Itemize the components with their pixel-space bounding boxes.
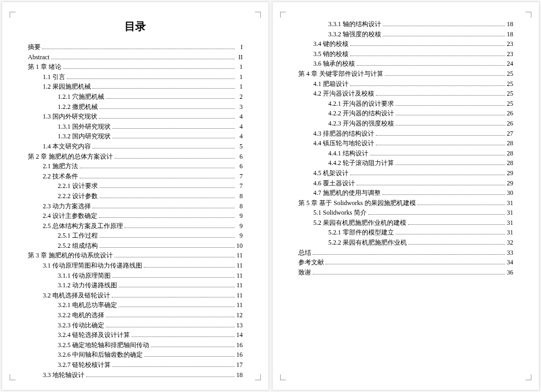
toc-entry-text: Abstract (28, 52, 50, 62)
toc-entry: 4.7 施肥机的使用与调整30 (298, 188, 513, 198)
toc-entry: 第 2 章 施肥机的总体方案设计6 (28, 152, 243, 162)
toc-entry: 2.4 设计主参数确定9 (28, 211, 243, 221)
toc-entry-page: 14 (236, 330, 243, 340)
toc-entry-page: 7 (236, 181, 243, 191)
toc-leader-dots (80, 174, 235, 178)
toc-leader-dots (63, 65, 235, 69)
left-page: 目录 摘要IAbstractII第 1 章 绪论11.1 引言11.2 果园施肥… (2, 2, 268, 390)
toc-entry-text: 4.2.3 开沟器的强度校核 (328, 119, 394, 129)
toc-entry-page: 28 (507, 158, 513, 168)
toc-leader-dots (51, 54, 235, 59)
toc-leader-dots (350, 171, 505, 175)
toc-entry-text: 1.1 引言 (43, 72, 65, 82)
toc-entry-page: 4 (236, 112, 243, 122)
crop-mark (10, 12, 16, 18)
toc-entry-page: 31 (507, 198, 513, 208)
toc-entry: 1.2.2 撒肥机械3 (28, 102, 243, 112)
crop-mark (255, 12, 261, 18)
toc-entry: 2.5.1 工作过程9 (28, 231, 243, 241)
toc-entry: 3.6 轴承的校核24 (298, 59, 513, 69)
toc-entry-text: 2.2.1 设计要求 (58, 181, 98, 191)
toc-entry-page: 6 (236, 161, 243, 171)
toc-entry-text: 4.1 肥箱设计 (313, 79, 349, 89)
toc-entry-page: 17 (236, 360, 243, 370)
toc-entry: 3.2.2 电机的选择12 (28, 310, 243, 320)
toc-entry: 4.4.1 结构设计28 (298, 148, 513, 159)
toc-entry: 致谢36 (298, 268, 513, 278)
toc-leader-dots (350, 52, 505, 56)
toc-entry-page: 33 (507, 248, 513, 258)
toc-entry-text: 1.3.2 国内研究现状 (58, 131, 111, 142)
toc-entry-text: 3.1.1 传动原理简图 (58, 271, 111, 281)
toc-entry-page: 11 (236, 291, 243, 301)
toc-leader-dots (92, 144, 235, 148)
toc-entry-text: 第 3 章 施肥机的传动系统设计 (28, 250, 113, 261)
toc-leader-dots (99, 104, 235, 108)
toc-leader-dots (42, 45, 235, 49)
toc-entry-page: 31 (507, 228, 513, 238)
toc-entry-text: 3.3.2 轴强度的校核 (328, 29, 381, 40)
toc-entry-page: 9 (236, 211, 243, 221)
toc-leader-dots (125, 224, 235, 228)
toc-leader-dots (112, 363, 235, 367)
toc-leader-dots (114, 253, 235, 257)
toc-entry: 2.5 总体结构方案及工作原理9 (28, 221, 243, 231)
page-spread: 目录 摘要IAbstractII第 1 章 绪论11.1 引言11.2 果园施肥… (0, 0, 541, 392)
toc-leader-dots (376, 131, 505, 135)
toc-entry: 3.2 电机选择及链轮设计11 (28, 291, 243, 301)
toc-list-right: 3.3.1 轴的结构设计183.3.2 轴强度的校核183.4 键的校核233.… (298, 19, 513, 277)
toc-entry-page: 1 (236, 62, 243, 72)
toc-entry-text: 1.2.2 撒肥机械 (58, 102, 98, 112)
toc-leader-dots (99, 194, 235, 198)
toc-entry-page: 30 (507, 188, 513, 198)
crop-mark (280, 374, 286, 380)
toc-entry-text: 2.2 技术条件 (43, 171, 78, 182)
toc-leader-dots (326, 260, 505, 264)
toc-entry: 4.6 覆土器设计29 (298, 178, 513, 189)
toc-entry-page: 29 (507, 168, 513, 178)
toc-entry-text: 3.1.2 动力传递路线图 (58, 280, 117, 291)
toc-entry-page: 9 (236, 221, 243, 231)
toc-leader-dots (396, 230, 505, 234)
toc-leader-dots (67, 75, 235, 79)
toc-entry: 1.3 国内外研究现状4 (28, 112, 243, 122)
toc-leader-dots (350, 81, 505, 85)
toc-entry-page: 11 (236, 261, 243, 271)
toc-leader-dots (106, 323, 235, 327)
crop-mark (525, 374, 531, 380)
toc-entry-page: 31 (507, 208, 513, 218)
toc-entry-text: 3.5 销的校核 (313, 49, 349, 59)
toc-entry: 3.4 键的校核23 (298, 39, 513, 49)
toc-entry-text: 4.4 镇压轮与地轮设计 (313, 138, 374, 148)
toc-entry: 2.3 动力方案选择8 (28, 201, 243, 211)
toc-entry: 第 4 章 关键零部件设计与计算25 (298, 69, 513, 79)
toc-entry-page: 10 (236, 241, 243, 251)
toc-entry: 5.2.2 果园有机肥施肥作业机32 (298, 238, 513, 248)
toc-entry-page: 16 (236, 350, 243, 360)
toc-entry: 3.1.2 动力传递路线图11 (28, 280, 243, 291)
toc-leader-dots (99, 114, 235, 119)
toc-entry-page: 25 (507, 89, 513, 99)
toc-entry: 2.2.1 设计要求7 (28, 181, 243, 191)
toc-entry: 4.2.1 开沟器的设计要求25 (298, 99, 513, 109)
toc-entry-text: 3.3.1 轴的结构设计 (328, 19, 381, 29)
toc-title: 目录 (28, 19, 243, 34)
toc-entry-page: 29 (507, 178, 513, 189)
toc-entry-text: 2.2.2 设计参数 (58, 191, 98, 201)
toc-entry: 参考文献34 (298, 257, 513, 268)
toc-entry-text: 3.2 电机选择及链轮设计 (43, 291, 110, 301)
toc-leader-dots (80, 164, 235, 168)
toc-entry: 1.2 果园施肥机械1 (28, 82, 243, 92)
toc-entry-text: 第 5 章 基于 Solidworks 的果园施肥机建模 (298, 198, 416, 208)
toc-entry: 3.2.5 确定地轮轴和排肥轴间传动16 (28, 340, 243, 350)
toc-entry-page: 2 (236, 92, 243, 102)
toc-entry-text: 1.3.1 国外研究现状 (58, 122, 111, 132)
toc-leader-dots (99, 214, 235, 218)
toc-entry-page: 11 (236, 271, 243, 281)
toc-leader-dots (144, 352, 235, 357)
toc-leader-dots (99, 244, 235, 248)
toc-entry-text: 5.2.2 果园有机肥施肥作业机 (328, 238, 407, 248)
toc-entry-text: 4.2.2 开沟器的结构设计 (328, 108, 394, 119)
toc-entry: 1.3.1 国外研究现状4 (28, 122, 243, 132)
toc-entry-page: 18 (236, 370, 243, 380)
